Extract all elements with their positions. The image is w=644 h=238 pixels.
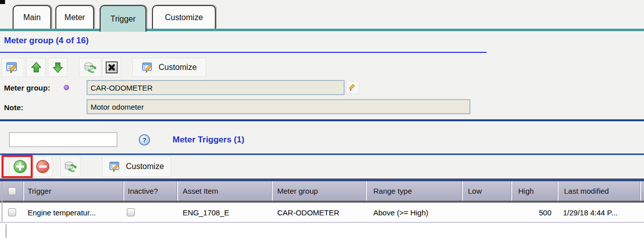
- trigger-search-input[interactable]: [9, 132, 117, 147]
- column-header-meter-group[interactable]: Meter group: [272, 181, 366, 201]
- meter-group-field-label: Meter group:: [4, 84, 50, 92]
- column-header-label: High: [518, 187, 534, 195]
- column-divider: [23, 181, 24, 201]
- edit-record-button[interactable]: [2, 58, 24, 77]
- purple-dot-icon: [63, 85, 69, 91]
- column-header-label: Low: [468, 187, 482, 195]
- select-all-checkbox[interactable]: [8, 187, 16, 195]
- tab-trigger[interactable]: Trigger: [100, 5, 146, 32]
- remove-icon: [36, 160, 50, 174]
- column-divider: [366, 181, 367, 201]
- column-divider: [272, 181, 273, 201]
- row-trigger-cell[interactable]: Engine temperatur...: [23, 203, 123, 222]
- row-meter-group-value: CAR-ODOMETER: [277, 208, 339, 217]
- table-left-border: [2, 181, 3, 222]
- edit-record-icon: [6, 61, 20, 74]
- customize-button-top[interactable]: Customize: [132, 58, 206, 77]
- window-corner-artifact: [0, 0, 5, 4]
- cancel-button[interactable]: [102, 58, 121, 77]
- refresh-data-icon: [63, 160, 77, 174]
- customize-button-triggers-label: Customize: [126, 162, 164, 171]
- column-header-label: Inactive?: [128, 187, 158, 195]
- tab-strip-underline: [0, 29, 644, 31]
- column-header-inactive[interactable]: Inactive?: [123, 181, 177, 201]
- row-select-cell: [2, 203, 23, 222]
- column-divider: [462, 181, 463, 201]
- column-header-label: Range type: [373, 187, 412, 195]
- table-row[interactable]: Engine temperatur... ENG_1708_E CAR-ODOM…: [0, 203, 644, 222]
- help-icon[interactable]: ?: [138, 134, 150, 146]
- refresh-triggers-button[interactable]: [60, 156, 80, 177]
- row-meter-group-cell: CAR-ODOMETER: [272, 203, 366, 222]
- column-header-low[interactable]: Low: [462, 181, 511, 201]
- column-divider: [640, 181, 641, 201]
- column-divider: [177, 181, 178, 201]
- customize-icon: [142, 61, 154, 73]
- edit-meter-group-button[interactable]: [346, 81, 359, 94]
- row-high-cell: 500: [511, 203, 557, 222]
- tab-meter[interactable]: Meter: [55, 5, 94, 29]
- section-title-underline: [0, 52, 487, 53]
- column-header-high[interactable]: High: [511, 181, 557, 201]
- meter-group-input[interactable]: [87, 80, 345, 95]
- move-up-icon: [30, 61, 43, 74]
- move-down-button[interactable]: [48, 58, 67, 77]
- table-body-left-line: [6, 224, 7, 238]
- row-asset-item-cell: ENG_1708_E: [177, 203, 272, 222]
- column-header-label: Meter group: [277, 187, 318, 195]
- remove-trigger-button[interactable]: [33, 156, 52, 177]
- section-title-meter-group: Meter group (4 of 16): [4, 36, 89, 46]
- pencil-icon: [348, 83, 358, 93]
- customize-icon: [109, 161, 122, 173]
- row-low-cell: [462, 203, 511, 222]
- column-divider: [511, 181, 512, 201]
- tab-trigger-label: Trigger: [110, 15, 135, 24]
- table-empty-area: [0, 223, 644, 238]
- cancel-icon: [105, 61, 118, 74]
- section-divider: [0, 119, 644, 121]
- column-header-label: Last modified: [564, 187, 609, 195]
- refresh-data-icon: [83, 60, 97, 74]
- column-divider: [557, 181, 558, 201]
- tab-customize-label: Customize: [165, 13, 203, 22]
- column-header-range-type[interactable]: Range type: [366, 181, 462, 201]
- move-up-button[interactable]: [26, 58, 46, 77]
- row-select-checkbox[interactable]: [8, 208, 16, 216]
- row-last-modified-cell: 1/29/18 4:44 P...: [557, 203, 640, 222]
- svg-text:?: ?: [142, 136, 146, 144]
- table-header: Trigger Inactive? Asset Item Meter group…: [0, 181, 644, 201]
- row-high-value: 500: [539, 208, 551, 217]
- column-divider: [123, 181, 124, 201]
- column-header-select: [2, 181, 23, 201]
- note-input[interactable]: [87, 99, 470, 114]
- tab-customize[interactable]: Customize: [152, 5, 216, 29]
- tab-meter-label: Meter: [64, 13, 85, 22]
- column-header-trigger[interactable]: Trigger: [23, 181, 123, 201]
- move-down-icon: [51, 61, 64, 74]
- note-field-label: Note:: [4, 103, 23, 112]
- tab-main-label: Main: [23, 13, 41, 22]
- section-title-meter-triggers: Meter Triggers (1): [173, 135, 245, 145]
- row-inactive-cell: [123, 203, 177, 222]
- customize-button-triggers[interactable]: Customize: [102, 156, 171, 177]
- column-header-last-modified[interactable]: Last modified: [557, 181, 640, 201]
- row-inactive-checkbox[interactable]: [127, 208, 135, 216]
- customize-button-top-label: Customize: [158, 63, 197, 72]
- action-highlight-box: [2, 155, 33, 178]
- refresh-data-button[interactable]: [79, 58, 101, 77]
- row-asset-item-value: ENG_1708_E: [183, 208, 229, 217]
- row-last-modified-value: 1/29/18 4:44 P...: [563, 208, 617, 217]
- column-header-asset-item[interactable]: Asset Item: [177, 181, 272, 201]
- column-header-label: Asset Item: [183, 187, 218, 195]
- toolbar-divider-line: [0, 153, 644, 155]
- row-range-type-cell: Above (>= High): [366, 203, 462, 222]
- tab-main[interactable]: Main: [13, 5, 51, 29]
- column-header-label: Trigger: [28, 187, 51, 195]
- row-range-type-value: Above (>= High): [373, 208, 428, 217]
- row-trigger-value: Engine temperatur...: [28, 208, 96, 217]
